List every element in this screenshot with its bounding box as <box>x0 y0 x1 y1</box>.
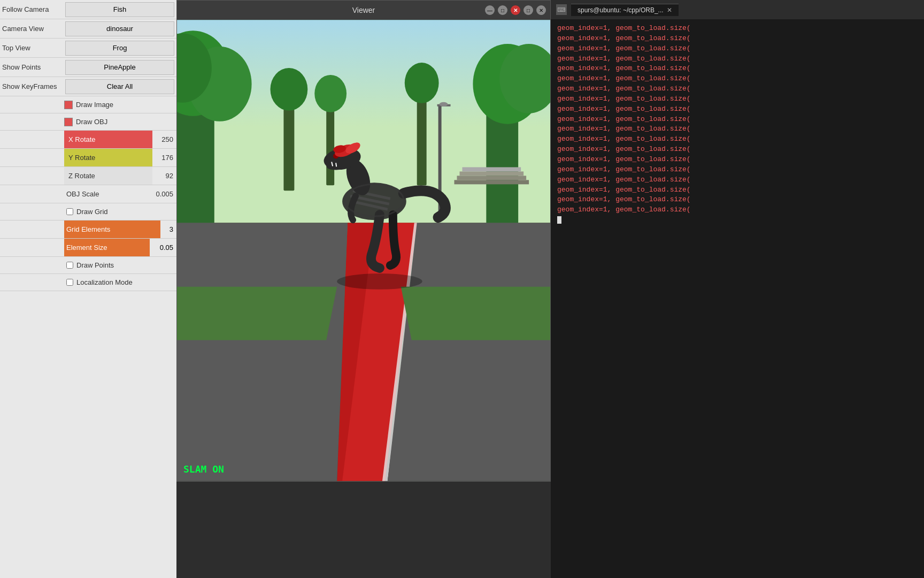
draw-obj-color <box>64 118 73 126</box>
terminal-line: geom_index=1, geom_to_load.size( <box>557 185 918 195</box>
terminal-close-icon[interactable]: ✕ <box>667 6 672 14</box>
svg-point-43 <box>337 273 422 290</box>
svg-rect-20 <box>459 171 523 176</box>
restore-button[interactable]: □ <box>523 5 533 15</box>
draw-obj-label: Draw OBJ <box>76 118 107 126</box>
terminal-cursor-line <box>557 215 918 225</box>
terminal-line: geom_index=1, geom_to_load.size( <box>557 124 918 134</box>
grid-elements-label[interactable]: Grid Elements <box>64 220 160 238</box>
top-view-row: Top View Frog <box>0 39 176 58</box>
terminal-line: geom_index=1, geom_to_load.size( <box>557 155 918 165</box>
y-rotate-label[interactable]: Y Rotate <box>64 149 152 166</box>
svg-marker-25 <box>177 223 348 481</box>
camera-view-row: Camera View dinosaur <box>0 19 176 39</box>
camera-view-button[interactable]: dinosaur <box>65 21 174 36</box>
svg-point-10 <box>271 68 308 111</box>
grid-elements-row: Grid Elements 3 <box>0 220 176 239</box>
draw-image-label: Draw Image <box>76 101 113 109</box>
terminal-cursor <box>557 216 561 224</box>
localization-mode-label: Localization Mode <box>76 278 133 286</box>
obj-scale-value: 0.005 <box>147 190 176 198</box>
top-view-label: Top View <box>0 44 63 52</box>
z-rotate-row: Z Rotate 92 <box>0 167 176 185</box>
viewer-titlebar: Viewer — □ ✕ □ ✕ <box>177 1 550 20</box>
terminal-line: geom_index=1, geom_to_load.size( <box>557 74 918 84</box>
y-rotate-value: 176 <box>152 154 176 162</box>
x-rotate-value: 250 <box>152 135 176 143</box>
terminal-line: geom_index=1, geom_to_load.size( <box>557 195 918 205</box>
follow-camera-button[interactable]: Fish <box>65 2 174 17</box>
terminal-icon: ⌨ <box>556 4 567 15</box>
svg-marker-27 <box>177 287 337 340</box>
terminal-tab[interactable]: spurs@ubuntu: ~/cpp/ORB_... ✕ <box>571 4 679 16</box>
draw-points-row: Draw Points <box>0 257 176 274</box>
show-points-label: Show Points <box>0 63 63 71</box>
terminal-line: geom_index=1, geom_to_load.size( <box>557 44 918 54</box>
terminal-line: geom_index=1, geom_to_load.size( <box>557 84 918 94</box>
terminal-line: geom_index=1, geom_to_load.size( <box>557 144 918 155</box>
draw-image-color <box>64 101 73 109</box>
terminal-line: geom_index=1, geom_to_load.size( <box>557 94 918 104</box>
viewer-title: Viewer <box>352 6 375 14</box>
left-sidebar: Follow Camera Fish Camera View dinosaur … <box>0 0 176 578</box>
element-size-value: 0.05 <box>150 244 176 252</box>
terminal-content: geom_index=1, geom_to_load.size( geom_in… <box>551 19 924 230</box>
svg-rect-21 <box>462 167 521 171</box>
draw-points-label: Draw Points <box>76 261 114 269</box>
follow-camera-label: Follow Camera <box>0 5 63 13</box>
draw-grid-checkbox[interactable] <box>66 208 73 215</box>
z-rotate-value: 92 <box>152 172 176 180</box>
draw-grid-label: Draw Grid <box>76 208 108 216</box>
camera-view-label: Camera View <box>0 25 63 33</box>
grid-elements-value: 3 <box>160 225 176 233</box>
show-points-button[interactable]: PineApple <box>65 60 174 75</box>
draw-grid-row: Draw Grid <box>0 203 176 220</box>
terminal-line: geom_index=1, geom_to_load.size( <box>557 64 918 74</box>
viewer-window: Viewer — □ ✕ □ ✕ <box>176 0 551 482</box>
svg-rect-19 <box>457 176 527 180</box>
draw-points-checkbox[interactable] <box>66 262 73 269</box>
titlebar-controls: — □ ✕ □ ✕ <box>485 5 546 15</box>
terminal-line: geom_index=1, geom_to_load.size( <box>557 205 918 215</box>
svg-point-14 <box>405 63 439 103</box>
minimize-button[interactable]: — <box>485 5 495 15</box>
top-view-button[interactable]: Frog <box>65 41 174 56</box>
terminal-line: geom_index=1, geom_to_load.size( <box>557 34 918 44</box>
viewer-content: SLAM ON <box>177 20 550 481</box>
terminal-line: geom_index=1, geom_to_load.size( <box>557 54 918 64</box>
element-size-row: Element Size 0.05 <box>0 239 176 257</box>
close-button[interactable]: ✕ <box>511 5 520 15</box>
clear-all-button[interactable]: Clear All <box>65 79 174 94</box>
terminal-line: geom_index=1, geom_to_load.size( <box>557 24 918 34</box>
svg-point-12 <box>314 75 346 112</box>
svg-marker-28 <box>401 287 550 340</box>
x-rotate-label[interactable]: X Rotate <box>64 131 152 148</box>
show-keyframes-label: Show KeyFrames <box>0 82 63 90</box>
obj-scale-row: OBJ Scale 0.005 <box>0 185 176 203</box>
ar-scene <box>177 20 550 481</box>
z-rotate-label[interactable]: Z Rotate <box>64 167 152 185</box>
terminal-panel: ⌨ spurs@ubuntu: ~/cpp/ORB_... ✕ geom_ind… <box>551 0 924 578</box>
terminal-line: geom_index=1, geom_to_load.size( <box>557 165 918 175</box>
terminal-line: geom_index=1, geom_to_load.size( <box>557 115 918 125</box>
element-size-label[interactable]: Element Size <box>64 239 150 256</box>
show-points-row: Show Points PineApple <box>0 58 176 77</box>
svg-point-17 <box>440 102 448 107</box>
close2-button[interactable]: ✕ <box>536 5 546 15</box>
draw-image-row: Draw Image <box>0 96 176 113</box>
follow-camera-row: Follow Camera Fish <box>0 0 176 19</box>
localization-mode-row: Localization Mode <box>0 274 176 291</box>
terminal-titlebar: ⌨ spurs@ubuntu: ~/cpp/ORB_... ✕ <box>551 0 924 19</box>
obj-scale-label: OBJ Scale <box>64 190 147 198</box>
x-rotate-row: X Rotate 250 <box>0 131 176 149</box>
terminal-line: geom_index=1, geom_to_load.size( <box>557 134 918 144</box>
show-keyframes-row: Show KeyFrames Clear All <box>0 77 176 96</box>
terminal-line: geom_index=1, geom_to_load.size( <box>557 175 918 185</box>
svg-rect-18 <box>455 180 529 184</box>
maximize-button[interactable]: □ <box>498 5 507 15</box>
terminal-line: geom_index=1, geom_to_load.size( <box>557 104 918 115</box>
y-rotate-row: Y Rotate 176 <box>0 149 176 167</box>
svg-line-38 <box>336 163 336 166</box>
draw-obj-row: Draw OBJ <box>0 113 176 131</box>
localization-mode-checkbox[interactable] <box>66 279 73 286</box>
